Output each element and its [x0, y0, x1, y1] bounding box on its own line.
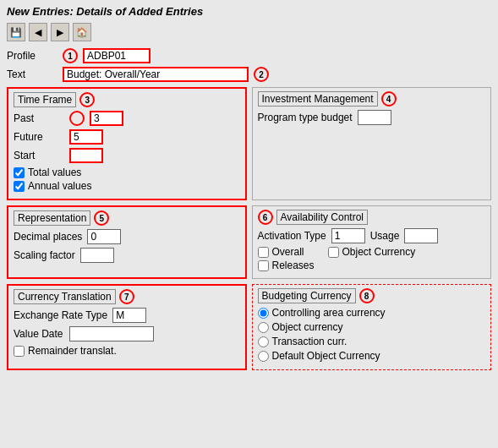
- decimal-row: Decimal places: [14, 229, 240, 244]
- total-values-row: Total values: [14, 167, 240, 178]
- scaling-label: Scaling factor: [14, 249, 75, 261]
- future-input[interactable]: [69, 129, 103, 145]
- future-label: Future: [14, 131, 64, 143]
- start-row: Start: [14, 148, 240, 163]
- option2-row: Object currency: [258, 321, 486, 333]
- currency-translation-title-row: Currency Translation 7: [14, 289, 240, 304]
- text-row: Text 2: [7, 67, 491, 82]
- investment-management-section: Investment Management 4 Program type bud…: [252, 87, 492, 200]
- badge-2: 2: [254, 67, 269, 82]
- text-input[interactable]: [63, 67, 249, 82]
- annual-values-checkbox[interactable]: [14, 181, 25, 192]
- future-row: Future: [14, 129, 240, 145]
- past-label: Past: [14, 112, 64, 124]
- profile-input[interactable]: [83, 48, 150, 63]
- controlling-area-label: Controlling area currency: [272, 307, 386, 319]
- profile-label: Profile: [7, 50, 57, 62]
- releases-row: Releases: [258, 260, 486, 271]
- budgeting-currency-title: Budgeting Currency: [258, 288, 356, 303]
- value-date-input[interactable]: [69, 326, 154, 341]
- currency-translation-section: Currency Translation 7 Exchange Rate Typ…: [7, 284, 247, 370]
- availability-control-section: 6 Availability Control Activation Type U…: [252, 205, 492, 279]
- controlling-area-radio[interactable]: [258, 308, 269, 319]
- object-currency-checkbox[interactable]: [328, 247, 339, 258]
- program-type-row: Program type budget: [258, 110, 486, 125]
- usage-input[interactable]: [404, 228, 438, 243]
- availability-title-row: 6 Availability Control: [258, 210, 486, 225]
- save-button[interactable]: 💾: [7, 23, 25, 41]
- overall-checkbox[interactable]: [258, 247, 269, 258]
- back-button[interactable]: ◀: [29, 23, 47, 41]
- representation-section: Representation 5 Decimal places Scaling …: [7, 205, 247, 279]
- toolbar: 💾 ◀ ▶ 🏠: [0, 21, 498, 45]
- program-type-input[interactable]: [358, 110, 391, 125]
- timeframe-section: Time Frame 3 Past Future Start: [7, 87, 247, 200]
- investment-title: Investment Management: [258, 91, 378, 107]
- remainder-row: Remainder translat.: [14, 345, 240, 357]
- value-date-row: Value Date: [14, 326, 240, 341]
- form-content: Profile 1 Text 2 Time Frame 3 Past: [0, 45, 498, 377]
- default-object-currency-radio[interactable]: [258, 351, 269, 362]
- object-currency-radio-label: Object currency: [272, 321, 343, 333]
- badge-4: 4: [381, 91, 397, 107]
- transaction-curr-label: Transaction curr.: [272, 336, 348, 347]
- representation-title-row: Representation 5: [14, 210, 240, 226]
- decimal-input[interactable]: [87, 229, 121, 244]
- option1-row: Controlling area currency: [258, 307, 486, 319]
- availability-title: Availability Control: [276, 210, 369, 225]
- option3-row: Transaction curr.: [258, 336, 486, 347]
- releases-checkbox[interactable]: [258, 260, 269, 271]
- default-object-currency-label: Default Object Currency: [272, 350, 380, 362]
- window-title: New Entries: Details of Added Entries: [7, 5, 203, 18]
- activation-type-label: Activation Type: [258, 230, 326, 242]
- past-row: Past: [14, 111, 240, 126]
- total-values-label: Total values: [28, 167, 81, 178]
- timeframe-title: Time Frame: [14, 92, 76, 107]
- timeframe-title-row: Time Frame 3: [14, 92, 240, 107]
- title-bar: New Entries: Details of Added Entries: [0, 0, 498, 21]
- badge-7: 7: [119, 289, 134, 304]
- scaling-row: Scaling factor: [14, 248, 240, 263]
- object-currency-label: Object Currency: [342, 246, 416, 258]
- total-values-checkbox[interactable]: [14, 167, 25, 178]
- annual-values-label: Annual values: [28, 180, 91, 192]
- exchange-rate-label: Exchange Rate Type: [14, 309, 107, 321]
- exchange-rate-input[interactable]: [112, 308, 146, 323]
- budgeting-currency-title-row: Budgeting Currency 8: [258, 288, 486, 303]
- activation-type-input[interactable]: [331, 228, 365, 243]
- remainder-label: Remainder translat.: [28, 345, 117, 357]
- past-input[interactable]: [90, 111, 123, 126]
- budgeting-currency-section: Budgeting Currency 8 Controlling area cu…: [252, 284, 492, 370]
- badge-1: 1: [63, 48, 78, 63]
- past-input-border: [69, 111, 85, 126]
- usage-label: Usage: [370, 230, 400, 242]
- option4-row: Default Object Currency: [258, 350, 486, 362]
- text-label: Text: [7, 68, 57, 80]
- currency-translation-title: Currency Translation: [14, 289, 116, 304]
- badge-8: 8: [359, 288, 375, 303]
- transaction-curr-radio[interactable]: [258, 336, 269, 347]
- start-label: Start: [14, 150, 64, 161]
- profile-row: Profile 1: [7, 48, 491, 63]
- badge-3: 3: [79, 92, 95, 107]
- investment-title-row: Investment Management 4: [258, 91, 486, 107]
- releases-label: Releases: [272, 260, 315, 271]
- remainder-checkbox[interactable]: [14, 346, 25, 357]
- forward-button[interactable]: ▶: [51, 23, 69, 41]
- overall-row: Overall Object Currency: [258, 246, 486, 258]
- home-button[interactable]: 🏠: [73, 23, 91, 41]
- object-currency-radio[interactable]: [258, 322, 269, 333]
- activation-type-row: Activation Type Usage: [258, 228, 486, 243]
- value-date-label: Value Date: [14, 328, 64, 340]
- main-window: New Entries: Details of Added Entries 💾 …: [0, 0, 498, 377]
- overall-label: Overall: [272, 246, 304, 258]
- exchange-rate-row: Exchange Rate Type: [14, 308, 240, 323]
- annual-values-row: Annual values: [14, 180, 240, 192]
- representation-title: Representation: [14, 210, 90, 226]
- start-input[interactable]: [69, 148, 103, 163]
- program-type-label: Program type budget: [258, 112, 353, 123]
- badge-5: 5: [94, 210, 109, 226]
- decimal-label: Decimal places: [14, 231, 82, 243]
- scaling-input[interactable]: [80, 248, 114, 263]
- badge-6: 6: [258, 210, 273, 225]
